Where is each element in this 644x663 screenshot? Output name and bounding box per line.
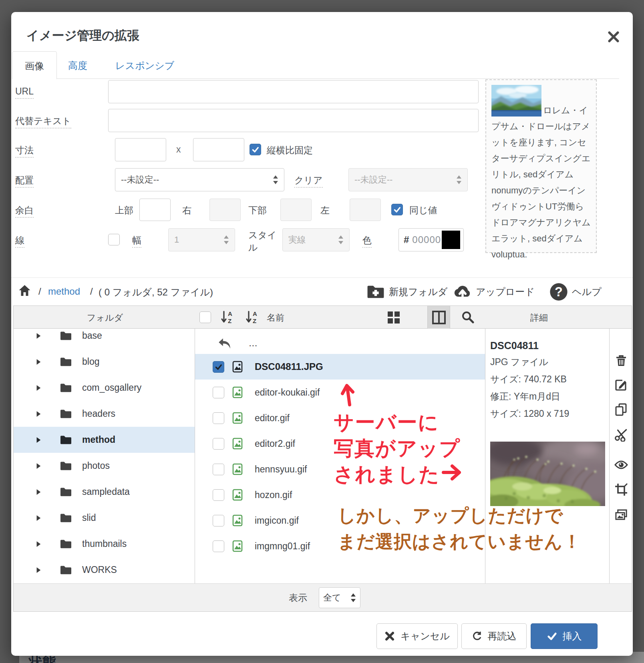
border-checkbox[interactable] <box>108 234 120 245</box>
file-checkbox[interactable] <box>213 387 224 398</box>
delete-icon[interactable] <box>614 354 628 368</box>
dialog-title: イメージ管理の拡張 <box>26 27 139 44</box>
close-icon[interactable] <box>606 30 621 44</box>
preview-eye-icon[interactable] <box>614 458 628 472</box>
tab-advanced[interactable]: 高度 <box>68 59 87 72</box>
new-folder-button[interactable]: 新規フォルダ <box>366 283 447 301</box>
select-all-checkbox[interactable] <box>199 311 211 323</box>
stepper-icon <box>273 175 278 185</box>
home-icon[interactable] <box>18 284 31 296</box>
folder-row-selected[interactable]: method <box>14 427 195 453</box>
caret-right-icon[interactable] <box>35 332 42 340</box>
border-color-input[interactable]: # 00000 <box>398 228 464 251</box>
margin-top-input[interactable] <box>139 199 171 221</box>
alt-text-label: 代替テキスト <box>15 116 71 129</box>
folder-row[interactable]: photos <box>14 453 195 479</box>
file-checkbox[interactable] <box>213 515 224 526</box>
folder-row[interactable]: blog <box>14 349 195 375</box>
keep-ratio-checkbox[interactable] <box>250 144 261 155</box>
image-file-icon <box>231 540 244 552</box>
image-manager-dialog: イメージ管理の拡張 画像 高度 レスポンシブ URL 代替テキスト 寸法 x 縦… <box>11 12 633 656</box>
caret-right-icon[interactable] <box>35 358 42 366</box>
caret-right-icon[interactable] <box>35 566 42 574</box>
file-checkbox[interactable] <box>213 412 224 424</box>
rename-icon[interactable] <box>614 378 628 392</box>
details-size: サイズ: 740.72 KB <box>490 373 567 386</box>
image-file-icon <box>231 438 244 450</box>
caret-right-icon[interactable] <box>35 410 42 418</box>
margin-right-input <box>209 199 241 221</box>
caret-right-icon[interactable] <box>35 462 42 470</box>
sort-az-secondary-icon[interactable] <box>245 310 260 326</box>
folder-row[interactable]: sampledata <box>14 479 195 505</box>
image-file-icon <box>231 386 244 398</box>
align-select[interactable]: --未設定-- <box>115 168 284 191</box>
alt-text-input[interactable] <box>108 109 479 132</box>
tab-image[interactable]: 画像 <box>12 51 57 79</box>
tab-responsive[interactable]: レスポンシブ <box>115 59 174 72</box>
caret-right-icon[interactable] <box>35 540 42 548</box>
upload-button[interactable]: アップロード <box>453 283 535 301</box>
file-row[interactable]: editor-koukai.gif <box>195 380 485 405</box>
preview-text: ロレム・イプサム・ドロールはアメットを座ります, コンセターサディプスイングエリ… <box>491 105 591 259</box>
folder-row[interactable]: com_osgallery <box>14 375 195 401</box>
column-view-icon <box>432 311 446 324</box>
folder-row[interactable]: WORKS <box>14 557 195 583</box>
file-checkbox[interactable] <box>213 489 224 501</box>
file-checkbox[interactable] <box>213 438 224 450</box>
cancel-button[interactable]: キャンセル <box>376 623 458 649</box>
folder-icon <box>59 382 72 393</box>
up-directory-row[interactable]: ... <box>195 332 485 354</box>
filter-bar: 表示 全て <box>14 583 632 611</box>
crop-icon[interactable] <box>614 483 628 496</box>
help-button[interactable]: ヘルプ <box>549 283 602 301</box>
caret-right-icon[interactable] <box>35 514 42 522</box>
caret-right-icon[interactable] <box>35 488 42 496</box>
sort-az-icon[interactable] <box>220 310 235 326</box>
details-title: DSC04811 <box>490 340 539 352</box>
folder-row[interactable]: base <box>14 329 195 349</box>
new-folder-icon <box>366 283 385 301</box>
up-arrow-icon <box>217 337 231 349</box>
url-input[interactable] <box>108 80 479 103</box>
file-checkbox[interactable] <box>213 464 224 475</box>
grid-view-icon[interactable] <box>387 311 400 324</box>
caret-right-icon[interactable] <box>35 384 42 392</box>
cut-icon[interactable] <box>614 428 628 442</box>
search-icon[interactable] <box>461 311 474 323</box>
border-style-label: スタイル <box>248 230 277 254</box>
breadcrumb: / method / ( 0 フォルダ, 52 ファイル) 新規フォルダ アップ… <box>11 278 633 305</box>
height-input[interactable] <box>193 138 244 161</box>
preview-panel: ロレム・イプサム・ドロールはアメットを座ります, コンセターサディプスイングエリ… <box>485 79 597 253</box>
reload-button[interactable]: 再読込 <box>461 623 527 649</box>
folder-row[interactable]: thumbnails <box>14 531 195 557</box>
column-view-toggle[interactable] <box>427 306 450 329</box>
stepper-icon <box>456 175 462 185</box>
equal-values-checkbox[interactable] <box>391 204 403 215</box>
thumbnail-icon[interactable] <box>614 508 628 522</box>
insert-button[interactable]: 挿入 <box>531 623 598 649</box>
details-type: JPG ファイル <box>490 356 548 368</box>
caret-right-icon[interactable] <box>35 436 42 444</box>
preview-sample-image <box>491 85 541 117</box>
breadcrumb-folder-link[interactable]: method <box>48 286 80 297</box>
folder-icon <box>59 565 72 575</box>
filter-select[interactable]: 全て <box>319 587 360 608</box>
margin-label: 余白 <box>15 205 34 218</box>
file-checkbox-checked[interactable] <box>213 361 224 373</box>
folder-tree: base blog com_osgallery headers method p… <box>14 329 195 583</box>
file-checkbox[interactable] <box>213 540 224 552</box>
file-row-selected[interactable]: DSC04811.JPG <box>195 354 485 380</box>
cancel-x-icon <box>384 631 395 641</box>
folder-row[interactable]: headers <box>14 401 195 427</box>
width-input[interactable] <box>115 138 166 161</box>
border-color-label: 色 <box>362 235 372 248</box>
folder-icon <box>59 538 72 549</box>
image-file-icon <box>231 361 244 373</box>
folder-icon <box>59 460 72 471</box>
image-file-icon <box>231 463 244 475</box>
folder-row[interactable]: slid <box>14 505 195 531</box>
margin-bottom-label: 下部 <box>248 204 267 217</box>
copy-icon[interactable] <box>614 403 628 416</box>
color-swatch[interactable] <box>442 231 460 249</box>
